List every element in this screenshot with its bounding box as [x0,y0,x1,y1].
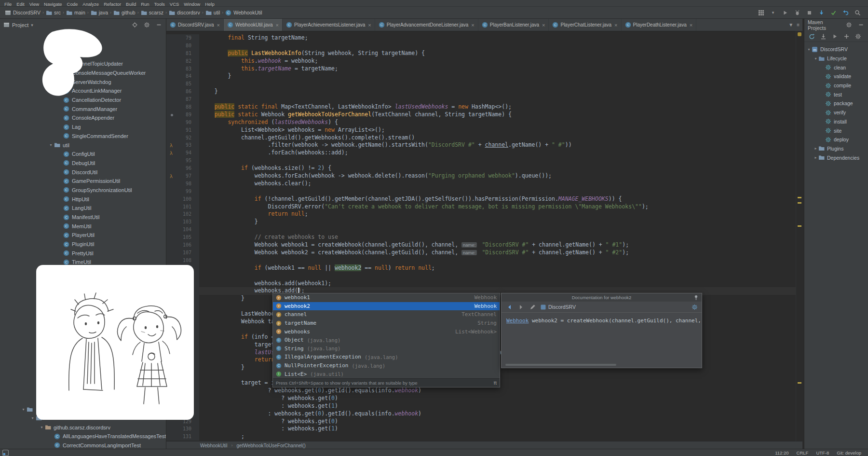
menu-build[interactable]: Build [123,1,138,7]
tree-expand-icon[interactable]: ▸ [813,146,818,151]
editor-line[interactable]: 128 : webhooks.get(0).getId().equals(inf… [166,410,796,418]
stop-button[interactable] [805,9,813,16]
gutter-line-number[interactable]: λ94 [166,149,199,157]
doc-back-button[interactable] [505,303,513,311]
project-tree-item[interactable]: CManifestUtil [0,213,166,222]
project-tree-item[interactable]: CConfigUtil [0,150,166,159]
editor-line[interactable]: λ97 webhooks.forEach(webhook -> webhook.… [166,172,796,180]
project-tree-item[interactable]: CDebugUtil [0,159,166,168]
gutter-line-number[interactable]: 79 [166,34,199,42]
maven-tree-item[interactable]: clean [804,63,868,72]
editor-line[interactable]: 110 [166,272,796,280]
editor-line[interactable]: 85 [166,80,796,88]
gutter-line-number[interactable]: 90 [166,119,199,126]
gutter-line-number[interactable]: 84 [166,72,199,80]
menu-file[interactable]: File [2,1,14,7]
editor-line[interactable]: 95 [166,157,796,165]
editor-line[interactable]: 127 : webhooks.get(1) [166,402,796,410]
debug-button[interactable] [793,9,801,16]
editor-line[interactable]: 83 this.targetName = targetName; [166,65,796,73]
maven-tree-item[interactable]: validate [804,72,868,81]
doc-edit-button[interactable] [529,303,536,311]
editor-line[interactable]: 84 } [166,72,796,80]
project-tree-item[interactable]: CGroupSynchronizationUtil [0,186,166,195]
close-tab-icon[interactable]: × [614,22,617,28]
gutter-line-number[interactable]: 87 [166,96,199,103]
editor-line[interactable]: 100 if (!channel.getGuild().getMember(ch… [166,195,796,203]
commit-changes-button[interactable] [829,9,837,16]
inspection-indicator[interactable] [798,32,801,36]
gutter-line-number[interactable]: λ93 [166,141,199,149]
completion-item[interactable]: CNullPointerException(java.lang) [273,361,500,370]
expand-all-button[interactable] [842,32,850,40]
editor-line[interactable]: 89 public static Webhook getWebhookToUse… [166,111,796,119]
warning-stripe-mark[interactable] [798,225,801,227]
editor-tab[interactable]: CPlayerAdvancementDoneListener.java× [375,19,478,31]
editor-line[interactable]: 105 // create webhooks to use [166,234,796,241]
close-tab-icon[interactable]: × [217,22,219,28]
menu-navigate[interactable]: Navigate [41,1,65,7]
update-project-button[interactable] [817,9,825,16]
warning-stripe-mark[interactable] [798,382,801,384]
project-tree-item[interactable]: CDiscordUtil [0,167,166,177]
completion-item[interactable]: CIllegalArgumentException(java.lang) [273,353,500,361]
editor-line[interactable]: 80 [166,42,796,50]
menu-window[interactable]: Window [181,1,203,7]
maven-tree-item[interactable]: ▸Dependencies [804,153,868,162]
lambda-gutter-icon[interactable]: λ [170,173,173,180]
gutter-line-number[interactable]: 81 [166,50,199,57]
close-tab-icon[interactable]: × [690,22,692,28]
gutter-line-number[interactable]: 101 [166,203,199,211]
completion-item[interactable]: vwebhook2Webhook [273,302,500,311]
gutter-line-number[interactable]: λ97 [166,172,199,180]
project-tree-item[interactable]: CPluginUtil [0,240,166,249]
gutter-line-number[interactable]: 88 [166,103,199,111]
project-tree-item[interactable]: CLag [0,123,166,132]
gutter-line-number[interactable]: 91 [166,126,199,134]
menu-analyze[interactable]: Analyze [80,1,101,7]
editor-line[interactable]: 96 if (webhooks.size() != 2) { [166,165,796,172]
doc-module-selector[interactable]: DiscordSRV [540,304,576,310]
tree-expand-icon[interactable]: ▾ [20,407,27,412]
completion-item[interactable]: IList<E>(java.util) [273,370,500,378]
editor-line[interactable]: 106 Webhook webhook1 = createWebhook(cha… [166,241,796,249]
editor-line[interactable]: 92 channel.getGuild().getWebhooks().comp… [166,134,796,142]
completion-item[interactable]: ptargetNameString [273,319,500,328]
refresh-button[interactable] [808,32,815,40]
gutter-line-number[interactable]: 106 [166,241,199,249]
menu-edit[interactable]: Edit [14,1,27,7]
tree-expand-icon[interactable]: ▾ [813,56,818,61]
breadcrumb-class[interactable]: WebhookUtil [200,443,228,448]
project-tree-item[interactable]: CSingleCommandSender [0,132,166,141]
doc-type-link[interactable]: Webhook [506,318,529,324]
editor-line[interactable]: 125 ? webhooks.get(0).getId().equals(inf… [166,387,796,395]
editor-tab[interactable]: CDiscordSRV.java× [166,19,224,31]
tree-expand-icon[interactable]: ▾ [39,425,45,429]
gutter-line-number[interactable]: 131 [166,433,199,441]
lambda-gutter-icon[interactable]: λ [170,150,173,157]
completion-item[interactable]: CObject(java.lang) [273,336,500,345]
editor-line[interactable]: 126 ? webhooks.get(0) [166,395,796,402]
chevron-down-icon[interactable]: ▾ [31,23,33,28]
editor-line[interactable]: 87 [166,96,796,103]
gutter-line-number[interactable]: 95 [166,157,199,165]
gutter-marker-icon[interactable] [171,114,173,116]
project-tree-item[interactable]: CLangUtil [0,204,166,213]
editor-line[interactable]: 91 List<Webhook> webhooks = new ArrayLis… [166,126,796,134]
project-tree-item[interactable]: ▾util [0,140,166,150]
navbar-crumb[interactable]: java [91,10,108,16]
maven-tree-item[interactable]: package [804,99,868,108]
line-ending[interactable]: CRLF [797,450,809,456]
menu-vcs[interactable]: VCS [167,1,182,7]
maven-tree-item[interactable]: install [804,117,868,126]
editor-tab[interactable]: CWebhookUtil.java× [224,19,283,31]
close-tab-icon[interactable]: × [542,22,545,28]
editor-tab[interactable]: CPlayerChatListener.java× [549,19,621,31]
toggle-toolwindows-button[interactable] [0,450,9,456]
gutter-line-number[interactable]: 103 [166,218,199,226]
hide-panel-button[interactable] [155,21,163,29]
tree-expand-icon[interactable]: ▾ [29,416,36,420]
project-tree-item[interactable]: CCorrectCommonsLangImportTest [0,441,166,449]
completion-item[interactable]: CString(java.lang) [273,345,500,353]
project-tree-item[interactable]: CAllLanguagesHaveTranslatedMessagesTest [0,432,166,441]
